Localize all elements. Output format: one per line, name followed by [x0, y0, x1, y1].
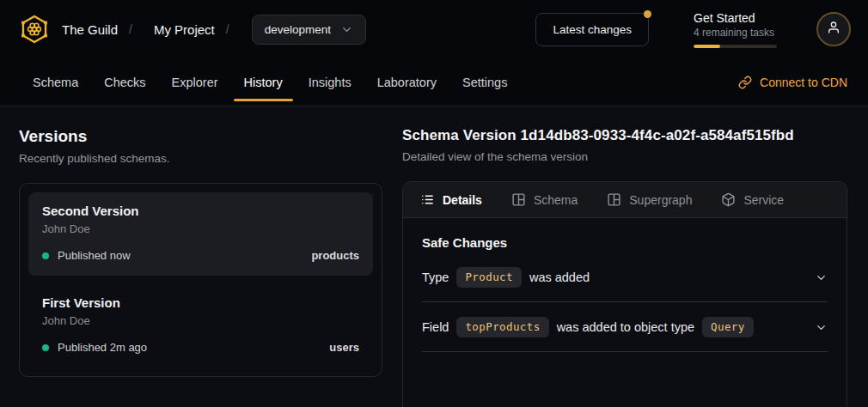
version-published-label: Published 2m ago — [58, 341, 147, 354]
schema-version-panel: Schema Version 1d14db83-0933-4f4c-a02f-a… — [402, 127, 847, 407]
latest-changes-label: Latest changes — [553, 23, 632, 36]
notification-dot — [644, 10, 651, 18]
target-select-value: development — [265, 23, 331, 36]
breadcrumb-separator: / — [226, 22, 229, 36]
versions-subtitle: Recently published schemas. — [19, 152, 382, 165]
published-status-dot — [42, 252, 49, 259]
nav-tab-insights[interactable]: Insights — [298, 58, 362, 106]
detail-tab-schema[interactable]: Schema — [511, 192, 578, 207]
schema-version-detail-card: Details Schema Supergraph Service Safe C… — [402, 181, 847, 407]
changes-list: TypeProductwas added FieldtopProductswas… — [422, 252, 828, 352]
change-code-badge: Product — [456, 267, 521, 288]
version-name: Second Version — [42, 204, 359, 218]
nav-tab-laboratory[interactable]: Laboratory — [367, 58, 447, 106]
versions-title: Versions — [19, 127, 382, 146]
published-status-dot — [42, 344, 49, 351]
version-list-item[interactable]: First Version John Doe Published 2m ago … — [28, 284, 373, 368]
detail-content: Safe Changes TypeProductwas added Fieldt… — [403, 218, 847, 352]
get-started-progress-fill — [694, 45, 720, 48]
detail-tab-details[interactable]: Details — [420, 192, 482, 207]
latest-changes-button[interactable]: Latest changes — [535, 13, 649, 46]
columns-icon — [607, 192, 621, 207]
header-top-row: The Guild / My Project / development Lat… — [0, 0, 868, 58]
get-started-title: Get Started — [694, 11, 777, 25]
breadcrumb-project[interactable]: My Project — [154, 22, 215, 37]
version-author: John Doe — [42, 314, 359, 327]
version-published-label: Published now — [58, 249, 131, 262]
main-nav: SchemaChecksExplorerHistoryInsightsLabor… — [0, 58, 868, 106]
version-status-row: Published 2m ago users — [42, 341, 359, 354]
change-code-badge: Query — [702, 317, 754, 337]
breadcrumb-org[interactable]: The Guild — [62, 22, 118, 37]
nav-tab-settings[interactable]: Settings — [452, 58, 517, 106]
version-author: John Doe — [42, 222, 359, 235]
change-text: was added to object type — [557, 320, 694, 334]
version-list-item[interactable]: Second Version John Doe Published now pr… — [28, 192, 373, 276]
schema-version-subtitle: Detailed view of the schema version — [402, 150, 847, 163]
hive-logo-icon[interactable] — [17, 12, 52, 46]
connect-cdn-link[interactable]: Connect to CDN — [738, 58, 847, 106]
detail-tab-service[interactable]: Service — [721, 192, 784, 207]
cube-icon — [721, 192, 736, 207]
change-text: Type — [422, 270, 449, 284]
user-icon — [827, 21, 840, 38]
nav-tab-explorer[interactable]: Explorer — [162, 58, 229, 106]
chevron-down-icon[interactable] — [815, 321, 828, 334]
detail-tab-label: Details — [443, 193, 482, 207]
version-service-name: products — [311, 249, 359, 262]
detail-tab-label: Schema — [534, 193, 578, 207]
app-header: The Guild / My Project / development Lat… — [0, 0, 868, 106]
version-list: Second Version John Doe Published now pr… — [19, 183, 382, 377]
nav-tab-history[interactable]: History — [234, 58, 293, 106]
get-started-widget[interactable]: Get Started 4 remaining tasks — [694, 11, 777, 48]
changes-section-title: Safe Changes — [422, 235, 828, 250]
header-right-cluster: Latest changes Get Started 4 remaining t… — [535, 11, 851, 48]
version-status-row: Published now products — [42, 249, 359, 262]
columns-icon — [511, 192, 526, 207]
user-menu-button[interactable] — [816, 12, 851, 46]
connect-cdn-label: Connect to CDN — [760, 76, 847, 89]
link-icon — [738, 76, 752, 89]
breadcrumb-separator: / — [129, 22, 132, 36]
get-started-subtitle: 4 remaining tasks — [694, 27, 777, 39]
main-content: Versions Recently published schemas. Sec… — [0, 106, 868, 407]
target-select[interactable]: development — [252, 15, 366, 45]
change-row[interactable]: FieldtopProductswas added to object type… — [422, 302, 828, 352]
detail-tab-supergraph[interactable]: Supergraph — [607, 192, 692, 207]
change-row[interactable]: TypeProductwas added — [422, 252, 828, 302]
app-root: The Guild / My Project / development Lat… — [0, 0, 868, 407]
version-name: First Version — [42, 295, 359, 310]
detail-tab-label: Service — [743, 193, 784, 207]
nav-tab-schema[interactable]: Schema — [22, 58, 89, 106]
versions-panel: Versions Recently published schemas. Sec… — [19, 127, 382, 407]
detail-tab-label: Supergraph — [629, 193, 692, 207]
schema-version-title: Schema Version 1d14db83-0933-4f4c-a02f-a… — [402, 127, 847, 144]
get-started-progress-track — [694, 45, 777, 48]
version-service-name: users — [329, 341, 359, 354]
chevron-down-icon[interactable] — [815, 271, 828, 284]
chevron-down-icon — [340, 23, 353, 36]
list-icon — [420, 192, 435, 207]
change-text: was added — [529, 270, 590, 284]
detail-tab-strip: Details Schema Supergraph Service — [403, 182, 847, 218]
change-code-badge: topProducts — [456, 317, 548, 337]
change-text: Field — [422, 320, 449, 334]
nav-tabs: SchemaChecksExplorerHistoryInsightsLabor… — [22, 58, 517, 106]
nav-tab-checks[interactable]: Checks — [94, 58, 156, 106]
